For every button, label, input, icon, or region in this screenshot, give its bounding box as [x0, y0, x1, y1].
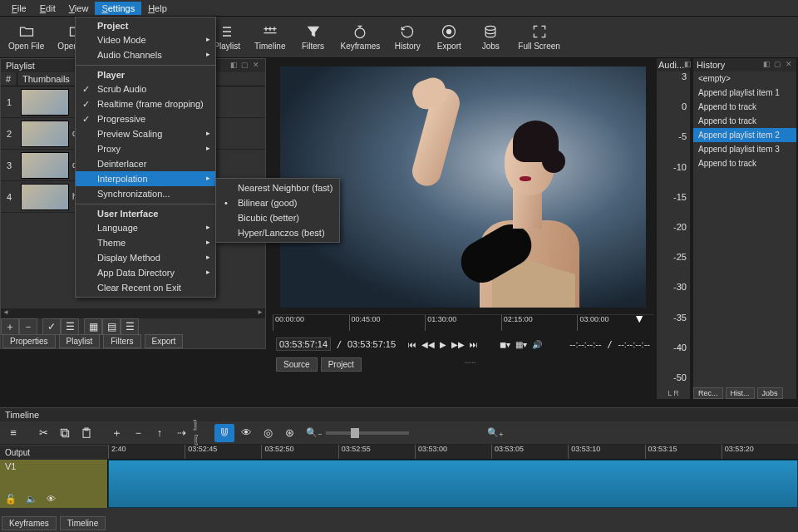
- check-button[interactable]: ✓: [42, 318, 61, 335]
- interp-bilinear[interactable]: Bilinear (good): [216, 195, 339, 210]
- tab-filters[interactable]: Filters: [103, 334, 140, 348]
- menu-app-data-dir[interactable]: App Data Directory: [76, 265, 215, 280]
- in-timecode: --:--:--:--: [569, 339, 601, 349]
- tiles-view-button[interactable]: ▤: [102, 318, 121, 335]
- zoom-slider[interactable]: 🔍₋ 🔍₊: [306, 427, 504, 438]
- filters-button[interactable]: Filters: [294, 22, 332, 52]
- open-file-button[interactable]: Open File: [3, 22, 49, 52]
- skip-start-icon[interactable]: ⏮: [406, 340, 419, 349]
- menu-icon[interactable]: ≡: [3, 424, 23, 442]
- snap-icon[interactable]: [214, 424, 234, 442]
- split-icon[interactable]: 〗〖: [193, 424, 213, 442]
- jobs-button[interactable]: Jobs: [471, 22, 510, 52]
- tab-keyframes[interactable]: Keyframes: [2, 516, 57, 530]
- menu-display-method[interactable]: Display Method: [76, 250, 215, 265]
- menu-language[interactable]: Language: [76, 220, 215, 235]
- export-button[interactable]: Export: [430, 22, 468, 52]
- tab-timeline[interactable]: Timeline: [60, 516, 106, 530]
- menu-edit[interactable]: Edit: [33, 2, 62, 15]
- fullscreen-button[interactable]: Full Screen: [513, 22, 565, 52]
- next-frame-icon[interactable]: ▶▶: [449, 340, 467, 349]
- grip-icon[interactable]: ┈┈: [465, 357, 476, 372]
- video-track[interactable]: V1 🔓 🔈 👁: [0, 460, 798, 508]
- mute-icon[interactable]: 🔈: [26, 494, 41, 504]
- prev-frame-icon[interactable]: ◀◀: [419, 340, 437, 349]
- grid-view-button[interactable]: ▦: [84, 318, 102, 335]
- history-button[interactable]: History: [388, 22, 426, 52]
- timeline-panel: Timeline ≡ ✂ ＋ － ↑ ⇢ 〗〖 👁 ◎ ⊛ 🔍₋ 🔍₊ Outp…: [0, 407, 798, 532]
- audio-title: Audi...: [658, 60, 684, 70]
- volume-icon[interactable]: 🔊: [530, 340, 544, 349]
- cut-icon[interactable]: ✂: [33, 424, 53, 442]
- dock-controls[interactable]: ◧ ▢ ✕: [763, 60, 793, 70]
- tab-export[interactable]: Export: [145, 334, 184, 348]
- svg-rect-5: [62, 431, 68, 436]
- copy-icon[interactable]: [55, 424, 75, 442]
- skip-end-icon[interactable]: ⏭: [467, 340, 480, 349]
- history-item[interactable]: Append to track: [693, 100, 796, 114]
- menu-file[interactable]: File: [5, 2, 33, 15]
- menubar: File Edit View Settings Help: [0, 0, 798, 17]
- interp-nearest[interactable]: Nearest Neighbor (fast): [216, 180, 339, 195]
- menu-preview-scaling[interactable]: Preview Scaling: [76, 126, 215, 141]
- tab-history[interactable]: Hist...: [726, 387, 755, 399]
- ripple-icon[interactable]: ◎: [258, 424, 278, 442]
- tab-playlist[interactable]: Playlist: [59, 334, 101, 348]
- history-item[interactable]: <empty>: [693, 71, 796, 86]
- menu-video-mode[interactable]: Video Mode: [76, 32, 215, 47]
- overwrite-icon[interactable]: ⇢: [171, 424, 191, 442]
- menu-realtime[interactable]: Realtime (frame dropping): [76, 96, 215, 111]
- menu-proxy[interactable]: Proxy: [76, 141, 215, 156]
- tab-properties[interactable]: Properties: [2, 334, 56, 348]
- playhead-icon[interactable]: ▼: [633, 312, 645, 325]
- remove-button[interactable]: －: [19, 318, 37, 335]
- tab-recent[interactable]: Rec...: [693, 387, 723, 399]
- menu-view[interactable]: View: [62, 2, 96, 15]
- zoom-in-icon[interactable]: 🔍₊: [487, 427, 504, 438]
- add-button[interactable]: ＋: [1, 318, 19, 335]
- menu-scrub-audio[interactable]: Scrub Audio: [76, 81, 215, 96]
- menu-settings[interactable]: Settings: [95, 2, 141, 15]
- paste-icon[interactable]: [76, 424, 96, 442]
- remove-icon[interactable]: －: [128, 424, 148, 442]
- history-item[interactable]: Append to track: [693, 114, 796, 128]
- append-icon[interactable]: ＋: [106, 424, 126, 442]
- timeline-clip[interactable]: [108, 460, 798, 508]
- lock-icon[interactable]: 🔓: [5, 494, 20, 504]
- history-item[interactable]: Append playlist item 3: [693, 142, 796, 156]
- menu-clear-recent[interactable]: Clear Recent on Exit: [76, 280, 215, 295]
- history-item[interactable]: Append playlist item 1: [693, 86, 796, 100]
- scrub-icon[interactable]: 👁: [236, 424, 256, 442]
- tab-project[interactable]: Project: [321, 357, 362, 372]
- menu-synchronization[interactable]: Synchronization...: [76, 186, 215, 201]
- history-item[interactable]: Append playlist item 2: [693, 128, 796, 142]
- dock-controls[interactable]: ◧ ▢ ✕: [230, 61, 260, 71]
- grid-button[interactable]: ▦▾: [513, 340, 530, 349]
- timeline-ruler[interactable]: 2:4003:52:4503:52:50 03:52:5503:53:0003:…: [108, 445, 798, 460]
- settings-menu: Project Video Mode Audio Channels Player…: [75, 17, 216, 298]
- keyframes-button[interactable]: Keyframes: [336, 22, 386, 52]
- eye-icon[interactable]: 👁: [47, 494, 59, 504]
- list-view-button[interactable]: ☰: [61, 318, 79, 335]
- current-timecode[interactable]: 03:53:57:14: [276, 337, 331, 351]
- menu-deinterlacer[interactable]: Deinterlacer: [76, 156, 215, 171]
- detail-view-button[interactable]: ☰: [121, 318, 139, 335]
- history-item[interactable]: Append to track: [693, 156, 796, 170]
- menu-progressive[interactable]: Progressive: [76, 111, 215, 126]
- ripple-all-icon[interactable]: ⊛: [279, 424, 299, 442]
- tab-jobs[interactable]: Jobs: [757, 387, 783, 399]
- interp-lanczos[interactable]: Hyper/Lanczos (best): [216, 225, 339, 240]
- preview-ruler[interactable]: 00:00:00 00:45:00 01:30:00 02:15:00 03:0…: [273, 314, 653, 331]
- zoom-out-icon[interactable]: 🔍₋: [306, 427, 323, 438]
- tab-source[interactable]: Source: [276, 357, 318, 372]
- menu-theme[interactable]: Theme: [76, 235, 215, 250]
- lift-icon[interactable]: ↑: [150, 424, 170, 442]
- timeline-button[interactable]: Timeline: [249, 22, 290, 52]
- track-header[interactable]: V1 🔓 🔈 👁: [0, 460, 108, 508]
- menu-interpolation[interactable]: Interpolation: [76, 171, 215, 186]
- interp-bicubic[interactable]: Bicubic (better): [216, 210, 339, 225]
- play-icon[interactable]: ▶: [437, 340, 449, 349]
- menu-help[interactable]: Help: [141, 2, 174, 15]
- toggle-button[interactable]: ◼▾: [497, 340, 513, 349]
- menu-audio-channels[interactable]: Audio Channels: [76, 47, 215, 62]
